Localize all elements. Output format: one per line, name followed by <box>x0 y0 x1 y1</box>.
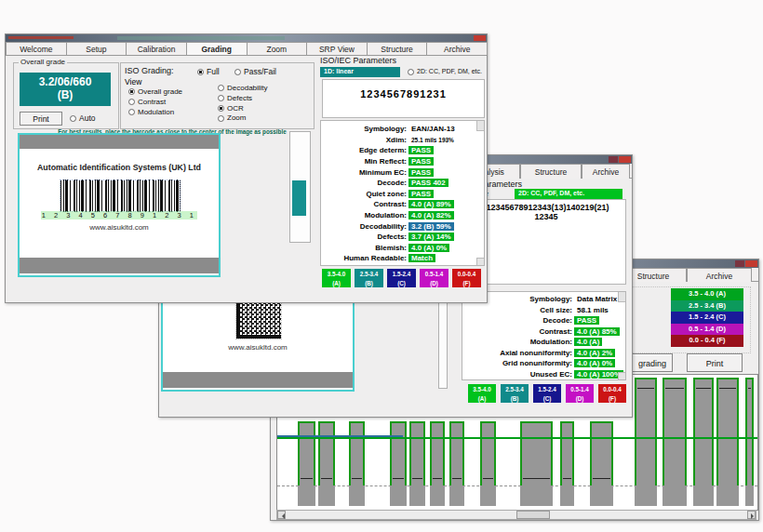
print-button[interactable]: Print <box>20 112 62 126</box>
srp-bar-below-baseline <box>318 485 335 506</box>
view-options-right: DecodabilityDefectsOCRZoom <box>218 84 268 124</box>
view-option-contrast[interactable]: Contrast <box>128 98 182 108</box>
srp-bar <box>560 421 574 485</box>
vertical-slider[interactable] <box>289 131 311 243</box>
minimize-icon[interactable] <box>735 260 744 267</box>
close-icon[interactable] <box>619 156 631 163</box>
param-label: Decodability: <box>321 222 408 231</box>
param-label: Blemish: <box>321 244 408 252</box>
mode-1d-radio[interactable]: 1D: linear <box>320 67 400 77</box>
minimize-icon[interactable] <box>609 156 618 163</box>
scroll-left-icon[interactable] <box>277 511 286 519</box>
param-label: Grid nonuniformity: <box>462 359 574 367</box>
view-option-defects[interactable]: Defects <box>218 94 268 104</box>
param-row-blemish-: Blemish:4.0 (A) 0% <box>321 243 484 254</box>
tab-welcome[interactable]: Welcome <box>6 42 67 55</box>
param-row-xdim-: Xdim:25.1 mils 193% <box>321 135 484 146</box>
radio-pass-fail[interactable]: Pass/Fail <box>234 67 276 77</box>
panel-scroll-down-icon[interactable] <box>618 372 625 379</box>
param-value: 4.0 (A) 100% <box>574 370 623 379</box>
legend-item: 0.0 - 0.4 (F) <box>671 335 743 347</box>
view-option-zoom[interactable]: Zoom <box>218 113 268 124</box>
params-title: ISO/IEC Parameters <box>320 56 396 65</box>
srp-bar <box>449 421 464 485</box>
mode-2d-radio[interactable]: 2D: CC, PDF, DM, etc. <box>515 189 622 199</box>
iso-grading-label: ISO Grading: <box>125 66 174 75</box>
radio-full[interactable]: Full <box>197 67 220 77</box>
param-row-modulation-: Modulation:4.0 (A) <box>462 337 625 348</box>
radio-icon <box>218 115 224 122</box>
param-row-edge-determ-: Edge determ:PASS <box>321 145 484 156</box>
legend-item: 3.5-4.0(A) <box>322 269 351 287</box>
slider-thumb[interactable] <box>292 180 306 216</box>
srp-bar <box>716 378 739 485</box>
tab-structure[interactable]: Structure <box>367 42 428 55</box>
srp-bar <box>480 421 496 485</box>
param-row-cell-size-: Cell size:58.1 mils <box>462 305 625 316</box>
srp-bar <box>663 378 687 485</box>
srp-bar <box>635 378 657 485</box>
tab-calibration[interactable]: Calibration <box>126 42 187 55</box>
params-panel: Symbology:EAN/JAN-13Xdim:25.1 mils 193%E… <box>320 120 485 266</box>
view-option-decodability[interactable]: Decodability <box>218 84 268 94</box>
iso-grading-group: ISO Grading: Full Pass/Fail View Overall… <box>120 62 315 129</box>
srp-bar-below-baseline <box>663 485 687 506</box>
view-options-left: Overall gradeContrastModulation <box>128 87 182 117</box>
srp-bar-below-baseline <box>590 485 613 506</box>
tab-archive[interactable]: Archive <box>582 164 630 179</box>
radio-icon <box>218 85 224 91</box>
front-titlebar[interactable] <box>6 34 487 42</box>
view-option-ocr[interactable]: OCR <box>218 104 268 114</box>
close-icon[interactable] <box>474 35 486 41</box>
param-row-min-reflect-: Min Reflect:PASS <box>321 156 484 167</box>
radio-icon <box>408 69 414 75</box>
tab-srp-view[interactable]: SRP View <box>306 42 368 55</box>
tab-archive[interactable]: Archive <box>687 268 752 282</box>
srp-bar-below-baseline <box>745 485 754 506</box>
param-label: Quiet zone: <box>321 190 408 198</box>
auto-radio-icon <box>70 115 76 122</box>
datamatrix-barcode-image <box>236 299 281 339</box>
legend-item: 1.5 - 2.4 (C) <box>671 312 743 324</box>
panel-scroll-up-icon[interactable] <box>618 292 625 302</box>
view-option-modulation[interactable]: Modulation <box>128 108 182 118</box>
srp-bar-below-baseline <box>635 485 657 506</box>
param-label: Symbology: <box>321 125 408 133</box>
panel-scroll-down-icon[interactable] <box>476 258 484 265</box>
srp-blue-segment <box>277 435 403 437</box>
param-value: 4.0 (A) 2% <box>574 349 615 357</box>
image-vertical-scrollbar[interactable] <box>438 300 448 389</box>
panel-scroll-up-icon[interactable] <box>476 121 484 131</box>
tab-setup[interactable]: Setup <box>66 42 127 55</box>
param-row-contrast-: Contrast:4.0 (A) 85% <box>462 326 625 338</box>
tab-structure[interactable]: Structure <box>520 164 582 179</box>
tab-zoom[interactable]: Zoom <box>247 42 308 55</box>
param-row-decodability-: Decodability:3.2 (B) 59% <box>321 220 484 232</box>
srp-bar <box>430 421 445 485</box>
param-row-grid-nonuniformity-: Grid nonuniformity:4.0 (A) 0% <box>462 358 625 369</box>
radio-icon <box>218 105 224 112</box>
srp-bar-below-baseline <box>430 485 445 506</box>
legend-item: 0.5-1.4(D) <box>420 269 448 287</box>
scrollbar-thumb[interactable] <box>516 511 550 519</box>
barcode-digits: 1 2 3 4 5 6 7 8 9 1 2 3 1 <box>20 211 219 219</box>
print-button[interactable]: Print <box>687 353 743 372</box>
legend-item: 3.5 - 4.0 (A) <box>671 288 743 300</box>
param-value: 58.1 mils <box>574 306 611 314</box>
auto-checkbox[interactable]: Auto <box>70 113 96 123</box>
barcode-url-text: www.aisukltd.com <box>20 223 219 232</box>
view-option-overall-grade[interactable]: Overall grade <box>128 87 182 98</box>
param-row-symbology-: Symbology:EAN/JAN-13 <box>321 124 484 135</box>
tab-grading[interactable]: Grading <box>186 42 248 55</box>
titlebar-decor <box>117 36 285 40</box>
close-icon[interactable] <box>745 260 757 267</box>
param-value: Match <box>408 254 435 262</box>
srp-bar <box>590 421 613 485</box>
tab-archive[interactable]: Archive <box>426 42 488 55</box>
mode-2d-radio[interactable]: 2D: CC, PDF, DM, etc. <box>408 68 482 75</box>
srp-bar-below-baseline <box>560 485 574 506</box>
param-value: PASS <box>408 168 434 177</box>
srp-horizontal-scrollbar[interactable] <box>276 510 756 520</box>
scroll-right-icon[interactable] <box>747 511 756 519</box>
param-row-human-readable-: Human Readable:Match <box>321 253 484 264</box>
